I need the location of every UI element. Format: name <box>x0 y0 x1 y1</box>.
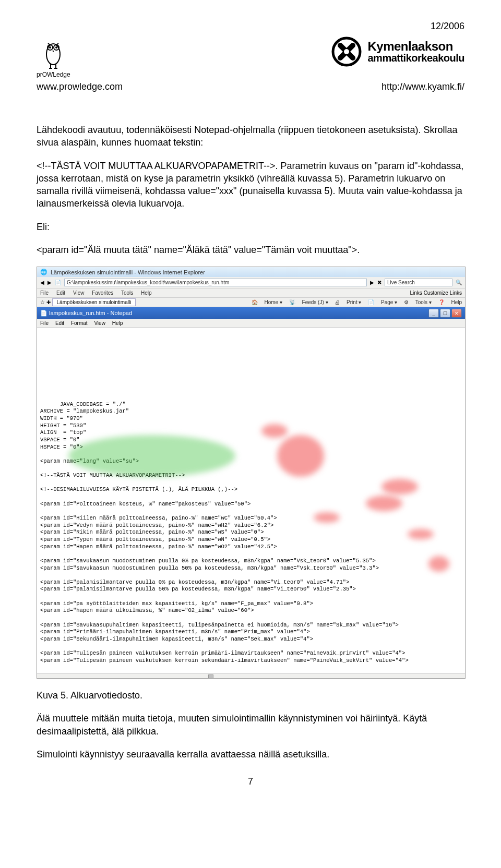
menu-view[interactable]: View <box>73 290 85 296</box>
code-content[interactable]: JAVA_CODEBASE = "./" ARCHIVE = "lampokes… <box>37 328 465 673</box>
kymenlaakso-icon <box>331 36 362 67</box>
header-row: prOWLedge Kymenlaakson ammattikorkeakoul… <box>37 36 464 78</box>
minimize-button[interactable]: _ <box>428 309 439 318</box>
date-header: 12/2006 <box>37 21 464 32</box>
page-number: 7 <box>37 776 464 787</box>
ie-title-bar: 🌐 Lämpökeskuksen simulointimalli - Windo… <box>37 267 465 277</box>
home-button[interactable]: 🏠 Home ▾ <box>252 299 282 305</box>
svg-point-4 <box>55 46 57 49</box>
np-menu-format[interactable]: Format <box>71 320 88 326</box>
page-button[interactable]: 📄 Page ▾ <box>368 299 397 305</box>
maximize-button[interactable]: ☐ <box>440 309 450 318</box>
left-url: www.prowledge.com <box>37 81 123 92</box>
owl-icon <box>40 36 66 70</box>
np-menu-help[interactable]: Help <box>112 320 123 326</box>
help-button[interactable]: ❓ Help <box>438 299 462 305</box>
folder-icon: 📄 <box>55 280 61 285</box>
print-button[interactable]: 🖨 Print ▾ <box>335 299 361 305</box>
ie-window-title: Lämpökeskuksen simulointimalli - Windows… <box>51 269 205 275</box>
np-menu-view[interactable]: View <box>94 320 105 326</box>
notepad-title-bar: 📄 lampokeskus_run.htm - Notepad _ ☐ ✕ <box>37 307 465 319</box>
back-icon[interactable]: ◀ <box>40 280 44 285</box>
menu-favorites[interactable]: Favorites <box>92 290 113 296</box>
menu-edit[interactable]: Edit <box>56 290 65 296</box>
scroll-thumb[interactable] <box>208 674 213 679</box>
ie-address-bar: ◀ ▶ 📄 G:\lampokeskussimu\lampokeskus_koo… <box>37 277 465 288</box>
url-row: www.prowledge.com http://www.kyamk.fi/ <box>37 81 464 92</box>
svg-point-6 <box>344 49 349 54</box>
horizontal-scrollbar[interactable] <box>37 673 465 678</box>
np-menu-file[interactable]: File <box>40 320 49 326</box>
notepad-icon: 📄 <box>40 310 47 316</box>
add-fav-icon[interactable]: ✚ <box>46 299 51 305</box>
links-label: Links <box>410 290 422 296</box>
notepad-menu-bar: File Edit Format View Help <box>37 319 465 328</box>
notepad-title-text: lampokeskus_run.htm - Notepad <box>49 310 132 316</box>
paragraph-2: <!--TÄSTÄ VOIT MUUTTAA ALKUARVOPAPAMETRI… <box>37 160 464 210</box>
menu-file[interactable]: File <box>40 290 49 296</box>
ie-menu-bar: File Edit View Favorites Tools Help Link… <box>37 288 465 298</box>
svg-point-0 <box>46 44 60 65</box>
customize-links[interactable]: Customize Links <box>424 290 462 296</box>
svg-point-3 <box>49 46 51 49</box>
prowledge-brand: prOWLedge <box>37 71 70 78</box>
address-input[interactable]: G:\lampokeskussimu\lampokeskus_koodit\ww… <box>64 279 367 286</box>
close-button[interactable]: ✕ <box>451 309 462 318</box>
feeds-button[interactable]: 📡 Feeds (J) ▾ <box>289 299 328 305</box>
right-url: http://www.kyamk.fi/ <box>381 81 464 92</box>
code-text: JAVA_CODEBASE = "./" ARCHIVE = "lampokes… <box>40 401 409 664</box>
paragraph-3: <param id="Älä muuta tätä" name="Äläkä t… <box>37 244 464 256</box>
paragraph-eli: Eli: <box>37 221 464 233</box>
forward-icon[interactable]: ▶ <box>47 280 52 285</box>
menu-tools[interactable]: Tools <box>121 290 133 296</box>
kymenlaakso-title: Kymenlaakson <box>367 40 464 53</box>
figure-caption: Kuva 5. Alkuarvotiedosto. <box>37 689 464 702</box>
go-icon[interactable]: ▶ <box>370 280 374 285</box>
refresh-icon[interactable]: ✖ <box>377 280 381 285</box>
search-icon[interactable]: 🔍 <box>456 280 462 285</box>
search-input[interactable]: Live Search <box>385 279 452 286</box>
paragraph-5: Simulointi käynnistyy seuraavalla kerral… <box>37 748 464 761</box>
right-logo-block: Kymenlaakson ammattikorkeakoulu <box>331 36 464 67</box>
ie-toolbar: ☆ ✚ Lämpökeskuksen simulointimalli 🏠 Hom… <box>37 298 465 307</box>
star-icon[interactable]: ☆ <box>40 299 45 305</box>
tools-button[interactable]: ⚙ Tools ▾ <box>404 299 432 305</box>
paragraph-4: Älä muuttele mitään muita tietoja, muute… <box>37 712 464 738</box>
np-menu-edit[interactable]: Edit <box>55 320 64 326</box>
ie-icon: 🌐 <box>40 269 47 275</box>
left-logo-block: prOWLedge <box>37 36 70 78</box>
paragraph-1: Lähdekoodi avautuu, todennäköisesti Note… <box>37 124 464 149</box>
kymenlaakso-subtitle: ammattikorkeakoulu <box>367 53 464 63</box>
screenshot-figure: 🌐 Lämpökeskuksen simulointimalli - Windo… <box>37 267 466 679</box>
browser-tab[interactable]: Lämpökeskuksen simulointimalli <box>52 298 136 306</box>
menu-help[interactable]: Help <box>141 290 152 296</box>
